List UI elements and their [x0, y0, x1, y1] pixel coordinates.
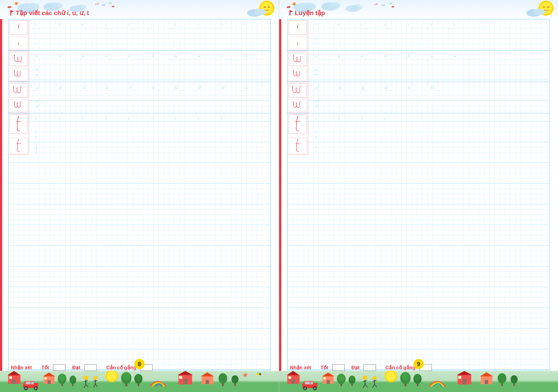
r-guide-uw-6: ư — [431, 84, 434, 90]
r-section-divider-2 — [288, 82, 549, 82]
letter-t-sample2 — [9, 138, 27, 153]
r-guide-u-2: u — [338, 53, 340, 58]
svg-rect-48 — [44, 377, 47, 379]
guide-t-4: t — [105, 116, 106, 121]
letter-i-sample-right: i · — [289, 20, 307, 35]
writing-grid-right[interactable]: i · ı ı ı ı ı ı ı ı ı ı — [287, 19, 550, 370]
svg-point-37 — [18, 116, 19, 117]
right-border-flag — [279, 19, 281, 392]
bottom-scene-svg-left — [0, 371, 279, 392]
guide-uw-4: ư — [105, 84, 108, 90]
svg-point-63 — [84, 375, 88, 380]
r-guide-i-2: ı — [338, 22, 339, 27]
letter-uw-sample — [9, 83, 27, 97]
r-guide-t-r2-1: t — [315, 129, 316, 135]
guide-uw-8: ư — [198, 84, 201, 90]
guide-u-10: u — [244, 53, 246, 58]
left-border-flag — [0, 19, 2, 392]
guide-i-8: ı — [198, 22, 199, 27]
svg-point-137 — [293, 70, 294, 71]
svg-point-142 — [296, 103, 297, 103]
writing-grid-left[interactable]: i · ı ı ı ı ı ı ı ı ı ı ı ı ı — [8, 19, 271, 370]
guide-i-r2-1: ı — [36, 35, 37, 41]
bottom-scene-svg-right — [279, 371, 558, 392]
r-guide-uw-3: ư — [361, 84, 364, 90]
title-area-right: Luyện tập — [289, 9, 325, 17]
svg-point-34 — [17, 87, 17, 88]
svg-point-26 — [10, 6, 11, 7]
svg-point-32 — [17, 71, 18, 72]
letter-i-sample2: ı — [9, 37, 27, 49]
letter-i-small2: ı — [18, 40, 19, 46]
guide-u-8: u — [198, 53, 200, 58]
guide-uw-9: ư — [221, 84, 224, 90]
r-guide-u-r2-2: u — [315, 72, 317, 77]
tot-score-box-right[interactable] — [332, 364, 345, 371]
r-section-divider-1 — [288, 50, 549, 51]
svg-marker-42 — [8, 371, 20, 375]
guide-i-5: ı — [128, 22, 130, 27]
letter-u-sample2-right — [289, 68, 307, 80]
letter-u-small-svg — [12, 70, 25, 79]
dat-label-right: Đạt — [351, 365, 359, 370]
svg-marker-28 — [11, 10, 14, 12]
letter-u-svg-right — [291, 53, 305, 64]
svg-rect-199 — [485, 380, 488, 384]
page-title-left: Tập viết các chữ i, u, ư, t — [16, 9, 89, 17]
r-guide-t-1: t — [315, 116, 316, 121]
letter-u-small-svg-right — [292, 70, 304, 79]
example-box-i: i · ı — [9, 19, 29, 50]
example-box-uw — [9, 82, 29, 113]
svg-point-180 — [386, 371, 396, 381]
svg-point-30 — [17, 57, 18, 58]
svg-point-192 — [415, 374, 420, 381]
r-guide-uw-1: ư — [315, 84, 318, 90]
guide-i-3: ı — [82, 22, 83, 27]
guide-uw-1: ư — [36, 84, 39, 90]
guide-uw-2: ư — [59, 84, 62, 90]
example-box-t — [9, 113, 29, 155]
svg-rect-133 — [289, 10, 290, 15]
svg-point-4 — [50, 2, 63, 9]
svg-point-97 — [231, 375, 239, 383]
svg-rect-89 — [183, 379, 188, 384]
svg-marker-194 — [457, 371, 472, 375]
top-banner-right: Luyện tập — [279, 0, 558, 19]
r-guide-u-7: u — [454, 53, 456, 58]
svg-point-33 — [13, 86, 14, 87]
r-guide-u-r2-1: u — [315, 67, 317, 72]
guide-t-r2-1: t — [36, 129, 37, 135]
guide-uw-6: ư — [151, 84, 155, 90]
nhan-xet-label-left: Nhận xét — [11, 365, 32, 370]
dat-score-box-left[interactable] — [85, 364, 97, 371]
svg-point-189 — [401, 372, 409, 381]
letter-u-sample2 — [9, 68, 27, 80]
dat-label-left: Đạt — [72, 365, 80, 370]
guide-u-4: u — [105, 53, 107, 58]
r-guide-u-3: u — [361, 53, 364, 58]
r-guide-uw-r2-2: ư — [315, 103, 318, 109]
svg-point-140 — [296, 87, 296, 88]
svg-point-139 — [292, 86, 293, 87]
guide-uw-10: ư — [244, 84, 247, 90]
guide-uw-r2-1: ư — [36, 98, 39, 104]
page-number-left: 8 — [134, 359, 145, 369]
svg-rect-162 — [310, 382, 313, 384]
title-flag-icon — [10, 10, 14, 16]
svg-marker-92 — [201, 372, 214, 376]
dat-score-box-right[interactable] — [364, 364, 376, 371]
letter-u-sample — [9, 52, 27, 66]
r-guide-t-2: t — [338, 116, 339, 121]
guide-t-r3-1: t — [36, 144, 37, 149]
svg-point-110 — [328, 2, 340, 9]
bottom-scene-left — [0, 371, 279, 392]
svg-point-38 — [18, 139, 19, 140]
tot-score-box-left[interactable] — [53, 364, 65, 371]
r-guide-t-r3-2: t — [315, 149, 316, 155]
svg-point-141 — [293, 102, 294, 102]
guide-u-9: u — [221, 53, 223, 58]
letter-t-sample-right — [289, 114, 307, 133]
letter-i-small: · — [18, 29, 19, 33]
svg-point-144 — [297, 139, 298, 140]
svg-point-62 — [70, 375, 76, 382]
